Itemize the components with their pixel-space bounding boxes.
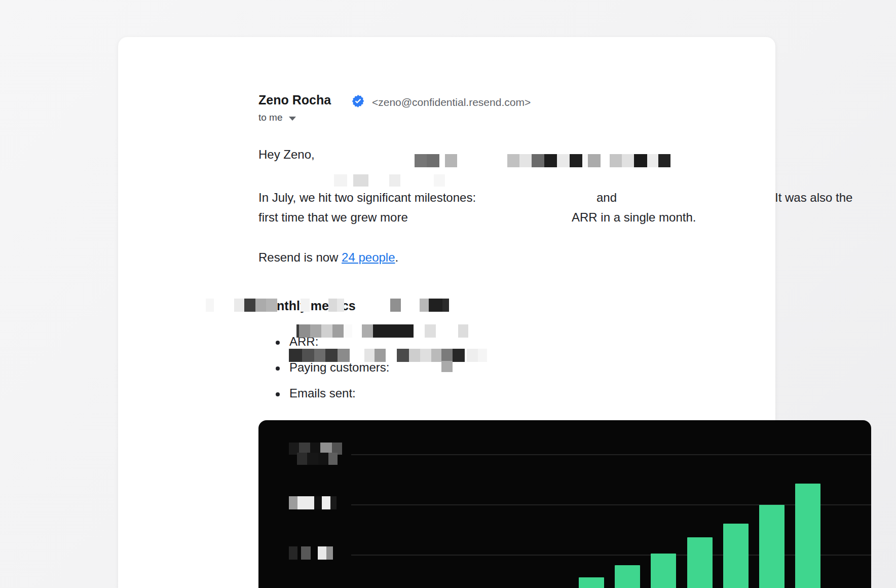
greeting-text: Hey Zeno, [258,148,315,162]
paragraph1-text-b: and [596,191,617,205]
chevron-down-icon [289,117,296,121]
metric-label: Paying customers: [289,360,389,375]
redacted-axis-label [289,546,297,560]
team-size-sentence: Resend is now 24 people. [258,250,398,265]
chart-gridline [351,504,871,505]
email-viewport: Zeno Rocha <zeno@confidential.resend.com… [0,0,896,588]
chart-bar [651,554,676,588]
redacted-axis-label [330,496,337,509]
paragraph1-text-c: It was also the [775,191,852,205]
chart-bar [615,565,640,588]
chart-gridline [351,555,871,556]
redacted-axis-label [314,496,322,509]
team-size-prefix: Resend is now [258,250,342,264]
redacted-axis-label [289,496,297,509]
metric-label: Emails sent: [289,386,356,400]
paragraph1-text-d: first time that we grew more [258,210,408,225]
team-size-suffix: . [395,250,399,264]
growth-chart [258,420,871,588]
redacted-axis-label [307,453,318,465]
bullet-icon [276,366,280,371]
chart-bar [723,524,749,588]
recipient-dropdown[interactable]: to me [258,112,296,123]
chart-bar [579,577,604,588]
redacted-axis-label [318,546,326,560]
chart-bar [687,537,713,588]
chart-gridline [351,454,871,455]
bullet-icon [276,392,280,396]
verified-badge-icon [351,94,365,108]
redacted-axis-label [318,453,328,465]
redacted-axis-label [328,453,338,465]
recipient-label: to me [258,112,283,123]
bullet-icon [276,341,280,345]
redacted-axis-label [297,453,307,465]
metrics-heading: Monthly metrics [258,299,356,313]
chart-bar [759,505,785,588]
redacted-axis-label [301,546,311,560]
paragraph1-text-e: ARR in a single month. [572,210,696,225]
sender-email: <zeno@confidential.resend.com> [372,96,531,108]
redacted-axis-label [326,546,333,560]
team-size-link[interactable]: 24 people [342,250,395,264]
chart-bar [795,484,820,588]
paragraph1-text-a: In July, we hit two significant mileston… [258,191,476,205]
email-card: Zeno Rocha <zeno@confidential.resend.com… [118,37,775,588]
redacted-axis-label [322,496,330,509]
sender-name: Zeno Rocha [258,93,331,107]
redacted-axis-label [297,496,314,509]
metric-label: ARR: [289,335,318,349]
